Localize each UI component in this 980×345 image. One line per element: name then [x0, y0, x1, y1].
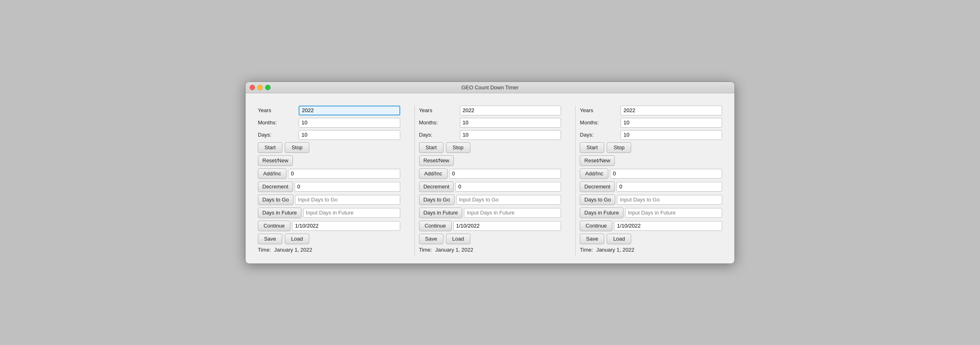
save-button-3[interactable]: Save — [580, 234, 604, 244]
months-input-2[interactable] — [460, 118, 561, 128]
decrement-input-2[interactable] — [455, 182, 561, 192]
divider-1 — [415, 106, 415, 255]
daysinfuture-row-1: Days in Future — [258, 208, 400, 218]
daysinfuture-input-1[interactable] — [303, 208, 400, 218]
time-value-3: January 1, 2022 — [596, 247, 634, 253]
reset-button-2[interactable]: Reset/New — [419, 155, 454, 166]
save-load-row-2: Save Load — [419, 234, 561, 244]
window-controls — [250, 85, 270, 90]
daysinfuture-input-2[interactable] — [464, 208, 561, 218]
daysinfuture-button-3[interactable]: Days in Future — [580, 208, 623, 218]
reset-row-3: Reset/New — [580, 155, 722, 166]
days-label-1: Days: — [258, 132, 299, 138]
daystogo-input-3[interactable] — [617, 195, 722, 205]
days-input-1[interactable] — [299, 130, 400, 140]
load-button-2[interactable]: Load — [446, 234, 470, 244]
days-input-2[interactable] — [460, 130, 561, 140]
title-bar: GEO Count Down Timer — [246, 82, 734, 93]
start-button-2[interactable]: Start — [419, 142, 443, 153]
daysinfuture-input-3[interactable] — [625, 208, 722, 218]
reset-button-1[interactable]: Reset/New — [258, 155, 293, 166]
addinc-row-3: Add/Inc — [580, 168, 722, 179]
reset-row-2: Reset/New — [419, 155, 561, 166]
continue-row-2: Continue — [419, 221, 561, 231]
decrement-input-1[interactable] — [295, 182, 400, 192]
reset-row-1: Reset/New — [258, 155, 400, 166]
months-label-1: Months: — [258, 119, 299, 126]
addinc-button-1[interactable]: Add/Inc — [258, 168, 286, 179]
continue-input-2[interactable] — [453, 221, 561, 231]
daystogo-row-3: Days to Go — [580, 195, 722, 205]
days-row-1: Days: — [258, 130, 400, 140]
addinc-input-1[interactable] — [288, 169, 400, 179]
daystogo-button-1[interactable]: Days to Go — [258, 195, 293, 205]
years-input-3[interactable] — [621, 106, 722, 115]
time-value-2: January 1, 2022 — [435, 247, 473, 253]
load-button-3[interactable]: Load — [607, 234, 631, 244]
decrement-row-3: Decrement — [580, 181, 722, 192]
save-button-2[interactable]: Save — [419, 234, 443, 244]
days-label-2: Days: — [419, 132, 460, 138]
daysinfuture-row-2: Days in Future — [419, 208, 561, 218]
daystogo-row-2: Days to Go — [419, 195, 561, 205]
daystogo-input-1[interactable] — [295, 195, 400, 205]
stop-button-3[interactable]: Stop — [607, 142, 631, 153]
continue-input-3[interactable] — [614, 221, 722, 231]
decrement-row-2: Decrement — [419, 181, 561, 192]
years-label-1: Years — [258, 107, 299, 113]
daysinfuture-button-2[interactable]: Days in Future — [419, 208, 463, 218]
continue-button-2[interactable]: Continue — [419, 221, 452, 231]
years-label-3: Years — [580, 107, 621, 113]
years-row-2: Years — [419, 106, 561, 115]
months-input-3[interactable] — [621, 118, 722, 128]
time-label-3: Time: — [580, 247, 593, 253]
continue-row-3: Continue — [580, 221, 722, 231]
time-row-2: Time: January 1, 2022 — [419, 247, 561, 253]
addinc-button-2[interactable]: Add/Inc — [419, 168, 448, 179]
save-button-1[interactable]: Save — [258, 234, 282, 244]
years-input-2[interactable] — [460, 106, 561, 115]
daystogo-input-2[interactable] — [456, 195, 561, 205]
time-value-1: January 1, 2022 — [274, 247, 312, 253]
minimize-button[interactable] — [257, 85, 263, 90]
start-stop-row-2: Start Stop — [419, 142, 561, 153]
daystogo-button-2[interactable]: Days to Go — [419, 195, 455, 205]
start-button-1[interactable]: Start — [258, 142, 282, 153]
reset-button-3[interactable]: Reset/New — [580, 155, 615, 166]
close-button[interactable] — [250, 85, 255, 90]
main-window: GEO Count Down Timer Years Months: Days: — [245, 82, 735, 264]
addinc-input-3[interactable] — [610, 169, 722, 179]
decrement-button-3[interactable]: Decrement — [580, 181, 615, 192]
years-input-1[interactable] — [299, 106, 400, 115]
decrement-input-3[interactable] — [616, 182, 722, 192]
days-input-3[interactable] — [621, 130, 722, 140]
months-row-3: Months: — [580, 118, 722, 128]
maximize-button[interactable] — [265, 85, 270, 90]
time-label-1: Time: — [258, 247, 271, 253]
decrement-row-1: Decrement — [258, 181, 400, 192]
start-button-3[interactable]: Start — [580, 142, 604, 153]
continue-button-3[interactable]: Continue — [580, 221, 612, 231]
stop-button-1[interactable]: Stop — [285, 142, 309, 153]
continue-button-1[interactable]: Continue — [258, 221, 290, 231]
load-button-1[interactable]: Load — [285, 234, 309, 244]
addinc-button-3[interactable]: Add/Inc — [580, 168, 608, 179]
save-load-row-1: Save Load — [258, 234, 400, 244]
daysinfuture-button-1[interactable]: Days in Future — [258, 208, 302, 218]
addinc-row-1: Add/Inc — [258, 168, 400, 179]
time-row-3: Time: January 1, 2022 — [580, 247, 722, 253]
stop-button-2[interactable]: Stop — [446, 142, 470, 153]
months-label-3: Months: — [580, 119, 621, 126]
years-row-3: Years — [580, 106, 722, 115]
decrement-button-1[interactable]: Decrement — [258, 181, 293, 192]
daysinfuture-row-3: Days in Future — [580, 208, 722, 218]
addinc-input-2[interactable] — [449, 169, 561, 179]
months-input-1[interactable] — [299, 118, 400, 128]
daystogo-button-3[interactable]: Days to Go — [580, 195, 615, 205]
decrement-button-2[interactable]: Decrement — [419, 181, 454, 192]
time-row-1: Time: January 1, 2022 — [258, 247, 400, 253]
time-label-2: Time: — [419, 247, 432, 253]
timers-container: Years Months: Days: Start Stop Reset/New — [258, 106, 722, 255]
divider-2 — [575, 106, 576, 255]
continue-input-1[interactable] — [292, 221, 400, 231]
